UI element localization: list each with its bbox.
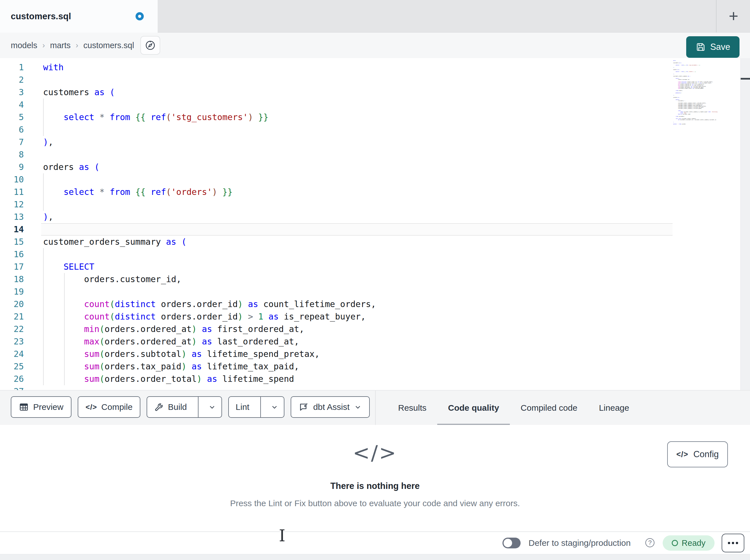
build-dropdown-button[interactable] bbox=[203, 397, 221, 417]
code-line[interactable]: 18 orders.customer_id, bbox=[0, 273, 726, 286]
wrench-icon bbox=[154, 402, 164, 412]
tab-lineage[interactable]: Lineage bbox=[588, 391, 640, 425]
compass-icon bbox=[145, 40, 156, 51]
code-line[interactable]: 16 bbox=[0, 248, 726, 261]
code-lines[interactable]: 1with23customers as (45 select * from {{… bbox=[0, 61, 726, 390]
code-line[interactable]: 19 bbox=[0, 286, 726, 298]
chevron-down-icon bbox=[208, 403, 216, 411]
text-cursor-pointer: I bbox=[277, 526, 287, 545]
code-line[interactable]: 10 bbox=[0, 173, 726, 186]
dbt-assist-button[interactable]: dbt Assist bbox=[291, 396, 370, 418]
lint-button[interactable]: Lint bbox=[229, 397, 256, 417]
line-number: 11 bbox=[0, 186, 24, 198]
tab-code-quality[interactable]: Code quality bbox=[437, 391, 510, 425]
tab-compiled-code[interactable]: Compiled code bbox=[510, 391, 588, 425]
defer-toggle[interactable] bbox=[502, 538, 520, 548]
code-line[interactable]: 11 select * from {{ ref('orders') }} bbox=[0, 186, 726, 198]
compile-button[interactable]: </> Compile bbox=[78, 396, 141, 418]
help-icon[interactable]: ? bbox=[645, 538, 654, 547]
code-line[interactable]: 24 sum(orders.subtotal) as lifetime_spen… bbox=[0, 348, 726, 360]
file-navigate-button[interactable] bbox=[140, 36, 160, 55]
defer-label: Defer to staging/production bbox=[529, 538, 631, 548]
line-number: 12 bbox=[0, 198, 24, 211]
code-line[interactable]: 2 bbox=[0, 74, 726, 86]
code-icon: </> bbox=[676, 450, 688, 459]
code-line[interactable]: 15customer_orders_summary as ( bbox=[0, 236, 726, 248]
line-number: 2 bbox=[0, 74, 24, 86]
assist-chat-icon bbox=[299, 402, 309, 412]
tab-compiled-code-label: Compiled code bbox=[520, 403, 577, 413]
toggle-knob bbox=[504, 539, 512, 547]
line-number: 4 bbox=[0, 99, 24, 111]
line-number: 25 bbox=[0, 360, 24, 373]
breadcrumb: models › marts › customers.sql bbox=[11, 41, 134, 50]
code-line[interactable]: 6 bbox=[0, 124, 726, 136]
file-tab-title: customers.sql bbox=[11, 11, 71, 22]
chevron-down-icon bbox=[271, 403, 278, 411]
code-line[interactable]: 8 bbox=[0, 148, 726, 161]
window-bottom-strip bbox=[0, 554, 750, 560]
chevron-down-icon bbox=[354, 403, 362, 411]
code-line[interactable]: 7), bbox=[0, 136, 726, 148]
code-line[interactable]: 17 SELECT bbox=[0, 261, 726, 273]
empty-state-title: There is nothing here bbox=[330, 481, 420, 491]
tab-results-label: Results bbox=[398, 403, 427, 413]
config-button[interactable]: </> Config bbox=[667, 441, 728, 468]
breadcrumb-marts[interactable]: marts bbox=[50, 41, 71, 50]
code-editor[interactable]: 1with23customers as (45 select * from {{… bbox=[0, 58, 750, 390]
editor-scrollbar[interactable] bbox=[741, 58, 750, 390]
code-line[interactable]: 14 bbox=[0, 223, 726, 236]
code-line[interactable]: 26 sum(orders.order_total) as lifetime_s… bbox=[0, 373, 726, 385]
line-number: 5 bbox=[0, 111, 24, 124]
compile-button-label: Compile bbox=[101, 402, 133, 412]
file-tab-customers-sql[interactable]: customers.sql bbox=[0, 0, 158, 33]
minimap[interactable]: withcustomers as ( select * from {{ ref(… bbox=[673, 60, 730, 125]
lint-dropdown-button[interactable] bbox=[265, 397, 284, 417]
result-tabs: Results Code quality Compiled code Linea… bbox=[387, 391, 640, 425]
save-button[interactable]: Save bbox=[686, 36, 739, 58]
line-number: 1 bbox=[0, 61, 24, 74]
new-tab-button[interactable]: + bbox=[724, 6, 744, 26]
line-number: 22 bbox=[0, 323, 24, 335]
code-line[interactable]: 20 count(distinct orders.order_id) as co… bbox=[0, 298, 726, 310]
build-button[interactable]: Build bbox=[147, 397, 194, 417]
status-badge: Ready bbox=[663, 535, 714, 551]
line-number: 27 bbox=[0, 385, 24, 390]
ide-window: customers.sql + models › marts › custome… bbox=[0, 0, 750, 560]
line-number: 18 bbox=[0, 273, 24, 286]
lint-button-label: Lint bbox=[236, 402, 249, 412]
line-number: 17 bbox=[0, 261, 24, 273]
code-line[interactable]: 3customers as ( bbox=[0, 86, 726, 99]
line-number: 13 bbox=[0, 211, 24, 223]
unsaved-changes-dot-icon bbox=[136, 12, 144, 20]
code-line[interactable]: 1with bbox=[0, 61, 726, 74]
tab-bar: customers.sql + bbox=[0, 0, 750, 33]
split-divider bbox=[260, 397, 261, 417]
line-number: 3 bbox=[0, 86, 24, 99]
preview-button[interactable]: Preview bbox=[11, 396, 72, 418]
breadcrumb-models[interactable]: models bbox=[11, 41, 37, 50]
line-number: 20 bbox=[0, 298, 24, 310]
code-line[interactable]: 22 min(orders.ordered_at) as first_order… bbox=[0, 323, 726, 335]
line-number: 14 bbox=[0, 223, 24, 236]
line-number: 7 bbox=[0, 136, 24, 148]
code-line[interactable]: 9orders as ( bbox=[0, 161, 726, 173]
build-split-button: Build bbox=[146, 396, 222, 418]
code-line[interactable]: 21 count(distinct orders.order_id) > 1 a… bbox=[0, 310, 726, 323]
empty-state: </> There is nothing here Press the Lint… bbox=[0, 425, 750, 532]
preview-button-label: Preview bbox=[33, 402, 63, 412]
code-quality-panel: </> There is nothing here Press the Lint… bbox=[0, 425, 750, 532]
more-options-button[interactable] bbox=[722, 534, 744, 552]
code-line[interactable]: 5 select * from {{ ref('stg_customers') … bbox=[0, 111, 726, 124]
code-line[interactable]: 4 bbox=[0, 99, 726, 111]
line-number: 8 bbox=[0, 148, 24, 161]
code-line[interactable]: 23 max(orders.ordered_at) as last_ordere… bbox=[0, 335, 726, 348]
line-number: 15 bbox=[0, 236, 24, 248]
build-button-label: Build bbox=[168, 402, 187, 412]
tab-results[interactable]: Results bbox=[387, 391, 437, 425]
code-line[interactable]: 25 sum(orders.tax_paid) as lifetime_tax_… bbox=[0, 360, 726, 373]
scrollbar-marker[interactable] bbox=[741, 78, 750, 80]
code-line[interactable]: 13), bbox=[0, 211, 726, 223]
code-line[interactable]: 12 bbox=[0, 198, 726, 211]
code-line[interactable]: 27 bbox=[0, 385, 726, 390]
